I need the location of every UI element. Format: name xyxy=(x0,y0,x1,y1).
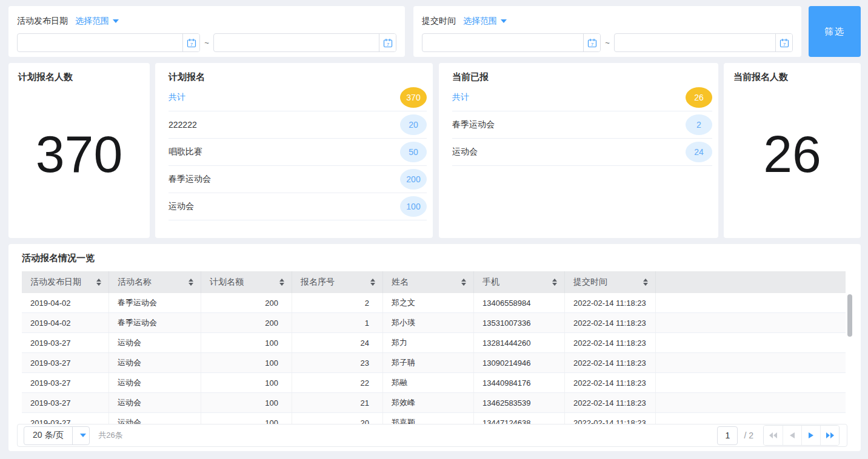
breakdown-row: 春季运动会2 xyxy=(452,111,712,139)
table-cell-filler xyxy=(656,353,846,372)
table-cell: 100 xyxy=(201,333,292,352)
table-cell: 21 xyxy=(292,393,383,412)
planned-breakdown-list: 共计37022222220唱歌比赛50春季运动会200运动会100 xyxy=(169,84,427,220)
table-cell: 郑力 xyxy=(383,333,474,352)
submit-time-end-field: 7 xyxy=(614,33,793,52)
table-cell: 22 xyxy=(292,373,383,392)
publish-date-start-field: 7 xyxy=(17,33,200,52)
table-cell: 郑子聃 xyxy=(383,353,474,372)
count-badge: 200 xyxy=(400,169,427,190)
submit-time-range-dropdown[interactable]: 选择范围 xyxy=(463,16,507,27)
table-cell: 运动会 xyxy=(109,333,201,352)
calendar-icon[interactable]: 7 xyxy=(775,34,792,51)
column-header[interactable]: 活动名称 xyxy=(109,271,201,293)
last-page-button[interactable] xyxy=(820,426,839,445)
submit-time-start-input[interactable] xyxy=(422,34,583,51)
planned-total-card: 计划报名人数 370 xyxy=(8,63,150,238)
column-header-label: 手机 xyxy=(482,277,499,288)
scrollbar-thumb[interactable] xyxy=(847,294,852,337)
sort-icon[interactable] xyxy=(552,279,557,286)
planned-breakdown-title: 计划报名 xyxy=(155,63,433,83)
column-header[interactable]: 提交时间 xyxy=(565,271,656,293)
filter-button[interactable]: 筛选 xyxy=(809,6,861,57)
sort-icon[interactable] xyxy=(189,279,193,286)
svg-text:7: 7 xyxy=(783,41,786,47)
sort-icon[interactable] xyxy=(643,279,648,286)
range-dropdown-label: 选择范围 xyxy=(75,16,109,27)
page-count-label: / 2 xyxy=(744,431,753,440)
table-cell: 2019-03-27 xyxy=(22,393,109,412)
date-range-separator: ~ xyxy=(200,38,213,47)
svg-text:7: 7 xyxy=(590,41,593,47)
table-cell: 13090214946 xyxy=(474,353,565,372)
current-breakdown-list: 共计26春季运动会2运动会24 xyxy=(452,84,712,166)
table-cell: 2022-02-14 11:18:23 xyxy=(565,393,656,412)
chevron-down-icon xyxy=(501,19,507,23)
next-page-button[interactable] xyxy=(801,426,820,445)
publish-date-filter-panel: 活动发布日期 选择范围 7 ~ 7 xyxy=(8,6,405,57)
breakdown-label: 222222 xyxy=(169,120,197,130)
table-cell: 运动会 xyxy=(109,393,201,412)
table-row: 2019-03-27运动会10024郑力132814442602022-02-1… xyxy=(22,333,846,353)
current-total-card: 当前报名人数 26 xyxy=(724,63,861,238)
publish-date-range-dropdown[interactable]: 选择范围 xyxy=(75,16,119,27)
count-badge: 370 xyxy=(400,87,427,108)
sort-icon[interactable] xyxy=(279,279,284,286)
publish-date-start-input[interactable] xyxy=(18,34,182,51)
chevron-down-icon xyxy=(72,427,89,444)
table-cell: 13406558984 xyxy=(474,293,565,312)
first-page-button[interactable] xyxy=(764,426,783,445)
breakdown-label: 唱歌比赛 xyxy=(169,147,202,157)
table-cell: 春季运动会 xyxy=(109,293,201,312)
table-cell: 1 xyxy=(292,313,383,332)
sort-icon[interactable] xyxy=(370,279,375,286)
table-cell: 2019-03-27 xyxy=(22,333,109,352)
table-cell: 2019-04-02 xyxy=(22,313,109,332)
calendar-icon[interactable]: 7 xyxy=(379,34,396,51)
breakdown-label: 春季运动会 xyxy=(452,119,495,130)
publish-date-end-input[interactable] xyxy=(214,34,379,51)
table-cell-filler xyxy=(656,313,846,332)
page-size-label: 20 条/页 xyxy=(24,427,72,444)
column-header[interactable]: 报名序号 xyxy=(292,271,383,293)
table-cell: 2022-02-14 11:18:23 xyxy=(565,373,656,392)
prev-page-button[interactable] xyxy=(783,426,801,445)
table-row: 2019-03-27运动会10022郑融134409841762022-02-1… xyxy=(22,373,846,393)
submit-time-end-input[interactable] xyxy=(615,34,775,51)
table-body: 2019-04-02春季运动会2002郑之文134065589842022-02… xyxy=(22,293,846,429)
table-cell: 13281444260 xyxy=(474,333,565,352)
current-page-input[interactable] xyxy=(717,426,738,445)
calendar-icon[interactable]: 7 xyxy=(583,34,600,51)
count-badge: 100 xyxy=(400,196,427,217)
table-cell: 100 xyxy=(201,353,292,372)
sort-icon[interactable] xyxy=(461,279,466,286)
table-cell: 郑融 xyxy=(383,373,474,392)
planned-total-value: 370 xyxy=(36,128,123,180)
table-cell: 100 xyxy=(201,373,292,392)
current-breakdown-title: 当前已报 xyxy=(439,63,718,83)
breakdown-row: 唱歌比赛50 xyxy=(169,139,427,166)
column-header[interactable]: 计划名额 xyxy=(201,271,292,293)
table-cell: 2022-02-14 11:18:23 xyxy=(565,313,656,332)
pagination-bar: 20 条/页 共26条 / 2 xyxy=(17,424,847,447)
column-header-label: 报名序号 xyxy=(301,277,335,288)
registration-table: 活动发布日期活动名称计划名额报名序号姓名手机提交时间 2019-04-02春季运… xyxy=(22,271,855,429)
page-size-select[interactable]: 20 条/页 xyxy=(24,426,90,445)
breakdown-label: 运动会 xyxy=(169,201,194,212)
table-cell: 运动会 xyxy=(109,353,201,372)
table-cell: 2019-03-27 xyxy=(22,373,109,392)
pagination-nav xyxy=(763,425,840,446)
table-cell: 200 xyxy=(201,313,292,332)
column-header[interactable]: 手机 xyxy=(474,271,565,293)
submit-time-start-field: 7 xyxy=(422,33,601,52)
column-header[interactable]: 活动发布日期 xyxy=(22,271,109,293)
table-row: 2019-04-02春季运动会2001郑小瑛135310073362022-02… xyxy=(22,313,846,333)
chevron-down-icon xyxy=(113,19,119,23)
column-header[interactable]: 姓名 xyxy=(383,271,474,293)
sort-icon[interactable] xyxy=(96,279,101,286)
calendar-icon[interactable]: 7 xyxy=(182,34,199,51)
table-cell: 2022-02-14 11:18:23 xyxy=(565,293,656,312)
current-total-value: 26 xyxy=(763,128,821,180)
breakdown-label: 共计 xyxy=(169,92,185,103)
table-cell: 2022-02-14 11:18:23 xyxy=(565,333,656,352)
